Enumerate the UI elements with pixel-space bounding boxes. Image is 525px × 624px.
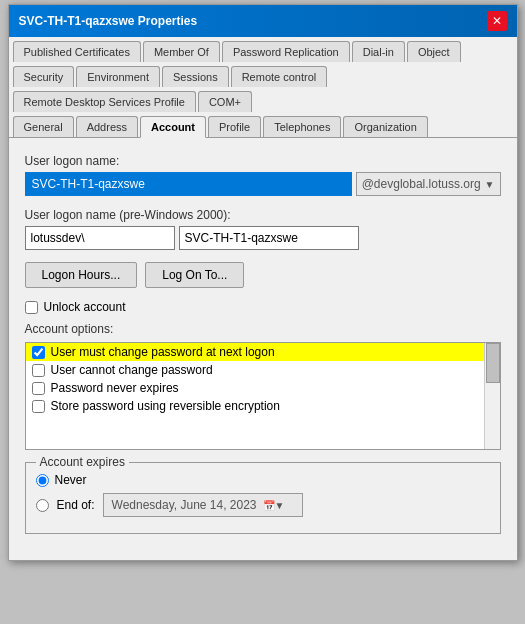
- never-expires-checkbox[interactable]: [32, 382, 45, 395]
- must-change-password-label: User must change password at next logon: [51, 345, 275, 359]
- scrollbar-track[interactable]: [484, 343, 500, 449]
- tab-telephones[interactable]: Telephones: [263, 116, 341, 137]
- option-never-expires[interactable]: Password never expires: [26, 379, 500, 397]
- account-options-group: Account options: User must change passwo…: [25, 322, 501, 450]
- scrollbar-thumb[interactable]: [486, 343, 500, 383]
- dialog-window: SVC-TH-T1-qazxswe Properties ✕ Published…: [8, 4, 518, 561]
- tab-password-replication[interactable]: Password Replication: [222, 41, 350, 62]
- tab-security[interactable]: Security: [13, 66, 75, 87]
- expire-date-field[interactable]: Wednesday, June 14, 2023 📅▼: [103, 493, 303, 517]
- option-must-change-password[interactable]: User must change password at next logon: [26, 343, 500, 361]
- pre2000-prefix-input[interactable]: [25, 226, 175, 250]
- pre2000-group: User logon name (pre-Windows 2000):: [25, 208, 501, 250]
- never-expires-label: Password never expires: [51, 381, 179, 395]
- tab-general[interactable]: General: [13, 116, 74, 137]
- tabs-container: Published Certificates Member Of Passwor…: [9, 37, 517, 138]
- tab-sessions[interactable]: Sessions: [162, 66, 229, 87]
- domain-value: @devglobal.lotuss.org: [362, 177, 481, 191]
- cannot-change-password-checkbox[interactable]: [32, 364, 45, 377]
- tab-content: User logon name: @devglobal.lotuss.org ▼…: [9, 138, 517, 560]
- unlock-account-checkbox[interactable]: [25, 301, 38, 314]
- never-label: Never: [55, 473, 87, 487]
- tab-row-1: Published Certificates Member Of Passwor…: [9, 37, 517, 62]
- unlock-account-row: Unlock account: [25, 300, 501, 314]
- user-logon-input[interactable]: [25, 172, 352, 196]
- tab-row-2: Security Environment Sessions Remote con…: [9, 62, 517, 87]
- tab-dial-in[interactable]: Dial-in: [352, 41, 405, 62]
- tab-remote-control[interactable]: Remote control: [231, 66, 328, 87]
- tab-object[interactable]: Object: [407, 41, 461, 62]
- date-calendar-icon[interactable]: 📅▼: [263, 500, 285, 511]
- log-on-to-button[interactable]: Log On To...: [145, 262, 244, 288]
- option-reversible-encryption[interactable]: Store password using reversible encrypti…: [26, 397, 500, 415]
- tab-member-of[interactable]: Member Of: [143, 41, 220, 62]
- pre2000-row: [25, 226, 501, 250]
- must-change-password-checkbox[interactable]: [32, 346, 45, 359]
- pre2000-suffix-input[interactable]: [179, 226, 359, 250]
- tab-published-certificates[interactable]: Published Certificates: [13, 41, 141, 62]
- user-logon-label: User logon name:: [25, 154, 501, 168]
- tab-row-4: General Address Account Profile Telephon…: [9, 112, 517, 137]
- tab-com[interactable]: COM+: [198, 91, 252, 112]
- action-buttons-row: Logon Hours... Log On To...: [25, 262, 501, 288]
- domain-selector[interactable]: @devglobal.lotuss.org ▼: [356, 172, 501, 196]
- unlock-account-label: Unlock account: [44, 300, 126, 314]
- pre2000-label: User logon name (pre-Windows 2000):: [25, 208, 501, 222]
- tab-address[interactable]: Address: [76, 116, 138, 137]
- expire-date-value: Wednesday, June 14, 2023: [112, 498, 257, 512]
- tab-row-3: Remote Desktop Services Profile COM+: [9, 87, 517, 112]
- cannot-change-password-label: User cannot change password: [51, 363, 213, 377]
- end-of-radio-row: End of: Wednesday, June 14, 2023 📅▼: [36, 493, 490, 517]
- tab-rdp[interactable]: Remote Desktop Services Profile: [13, 91, 196, 112]
- domain-arrow-icon: ▼: [485, 179, 495, 190]
- tab-organization[interactable]: Organization: [343, 116, 427, 137]
- never-radio-row: Never: [36, 473, 490, 487]
- tab-profile[interactable]: Profile: [208, 116, 261, 137]
- account-options-box: User must change password at next logon …: [25, 342, 501, 450]
- account-expires-section: Account expires Never End of: Wednesday,…: [25, 462, 501, 534]
- reversible-encryption-checkbox[interactable]: [32, 400, 45, 413]
- user-logon-row: @devglobal.lotuss.org ▼: [25, 172, 501, 196]
- title-bar: SVC-TH-T1-qazxswe Properties ✕: [9, 5, 517, 37]
- account-expires-label: Account expires: [36, 455, 129, 469]
- account-options-label: Account options:: [25, 322, 501, 336]
- option-cannot-change-password[interactable]: User cannot change password: [26, 361, 500, 379]
- logon-hours-button[interactable]: Logon Hours...: [25, 262, 138, 288]
- end-of-label: End of:: [57, 498, 95, 512]
- reversible-encryption-label: Store password using reversible encrypti…: [51, 399, 280, 413]
- never-radio[interactable]: [36, 474, 49, 487]
- end-of-radio[interactable]: [36, 499, 49, 512]
- user-logon-group: User logon name: @devglobal.lotuss.org ▼: [25, 154, 501, 196]
- close-button[interactable]: ✕: [487, 11, 507, 31]
- dialog-title: SVC-TH-T1-qazxswe Properties: [19, 14, 198, 28]
- tab-environment[interactable]: Environment: [76, 66, 160, 87]
- tab-account[interactable]: Account: [140, 116, 206, 138]
